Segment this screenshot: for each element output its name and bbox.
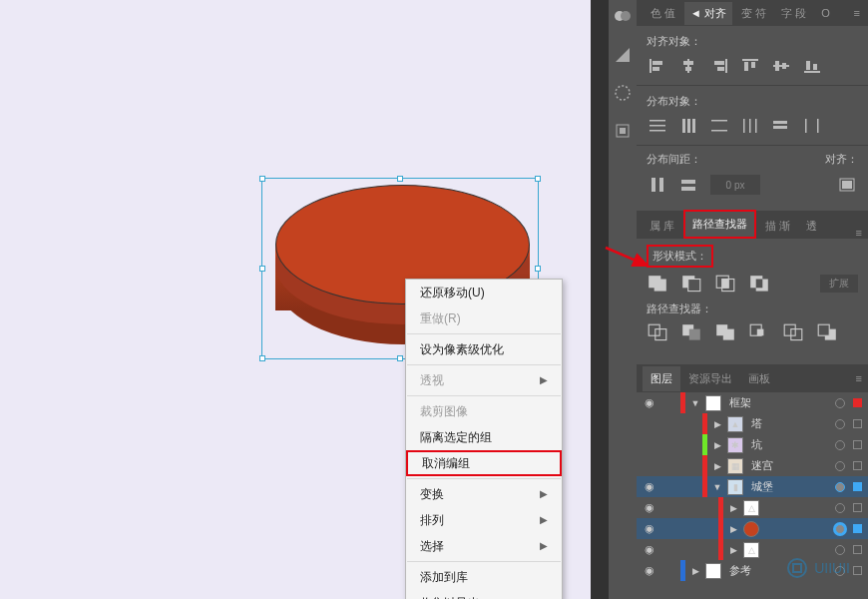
cm-isolate[interactable]: 隔离选定的组 xyxy=(406,424,562,450)
svg-rect-66 xyxy=(818,324,829,335)
cm-ungroup[interactable]: 取消编组 xyxy=(406,450,562,476)
dist-vspace-icon[interactable] xyxy=(647,176,668,194)
expand-button[interactable]: 扩展 xyxy=(820,275,858,293)
svg-rect-34 xyxy=(755,119,757,133)
svg-rect-35 xyxy=(773,121,787,124)
cm-undo[interactable]: 还原移动(U) xyxy=(406,280,562,305)
layers-list: ◉ ▼ 框架 ▶ ▲ 塔 ▶ ✱ 坑 xyxy=(637,392,868,581)
svg-rect-14 xyxy=(717,67,724,71)
layer-row[interactable]: ▶ ▲ 塔 xyxy=(637,413,868,434)
unite-icon[interactable] xyxy=(647,274,668,294)
svg-rect-17 xyxy=(751,62,755,68)
svg-rect-58 xyxy=(689,329,700,340)
visibility-icon[interactable]: ◉ xyxy=(643,396,656,409)
align-top-icon[interactable] xyxy=(739,57,761,75)
svg-rect-48 xyxy=(688,280,700,292)
layer-row[interactable]: ◉ ▶ xyxy=(637,518,868,539)
align-objects-label: 对齐对象： xyxy=(637,26,868,53)
gradient-icon[interactable] xyxy=(614,46,632,64)
svg-rect-38 xyxy=(817,119,819,133)
crop-icon[interactable] xyxy=(748,322,770,342)
cm-select[interactable]: 选择▶ xyxy=(406,533,562,559)
svg-point-68 xyxy=(788,559,806,577)
svg-rect-40 xyxy=(659,178,663,192)
dist-right-icon[interactable] xyxy=(801,117,823,135)
tab-opentype[interactable]: O xyxy=(815,3,836,23)
tab-character[interactable]: 变 符 xyxy=(735,2,772,25)
chevron-down-icon[interactable]: ▼ xyxy=(689,398,701,408)
layer-row[interactable]: ▶ ✱ 坑 xyxy=(637,434,868,455)
cm-add-to-library[interactable]: 添加到库 xyxy=(406,564,562,590)
svg-point-3 xyxy=(616,86,630,100)
align-to-selection-icon[interactable] xyxy=(836,176,858,194)
tab-align[interactable]: ◄ 对齐 xyxy=(684,2,732,25)
chevron-right-icon[interactable]: ▶ xyxy=(711,419,723,429)
tab-transparency[interactable]: 透 xyxy=(799,214,824,239)
align-right-icon[interactable] xyxy=(708,57,730,75)
tab-color[interactable]: 色 值 xyxy=(645,2,681,25)
merge-icon[interactable] xyxy=(714,322,736,342)
dist-left-icon[interactable] xyxy=(739,117,761,135)
cm-collect-export[interactable]: 收集以导出▶ xyxy=(406,590,562,599)
align-vcenter-icon[interactable] xyxy=(770,57,792,75)
minus-back-icon[interactable] xyxy=(816,322,838,342)
svg-point-1 xyxy=(621,11,631,21)
panel-menu-icon[interactable]: ≡ xyxy=(856,372,862,384)
visibility-icon[interactable]: ◉ xyxy=(643,480,656,493)
divide-icon[interactable] xyxy=(647,322,668,342)
distribute-objects-label: 分布对象： xyxy=(637,86,868,113)
panel-tabs-2: 属 库 路径查找器 描 渐 透 ≡ xyxy=(637,211,868,239)
layer-row[interactable]: ◉ ▼ 框架 xyxy=(637,392,868,413)
tab-asset-export[interactable]: 资源导出 xyxy=(680,366,740,391)
svg-rect-33 xyxy=(749,119,751,133)
tab-properties[interactable]: 属 库 xyxy=(643,214,681,239)
cm-pixel-perfect[interactable]: 设为像素级优化 xyxy=(406,336,562,362)
dist-vcenter-icon[interactable] xyxy=(677,117,699,135)
align-hcenter-icon[interactable] xyxy=(677,57,699,75)
trim-icon[interactable] xyxy=(680,322,702,342)
dist-hspace-icon[interactable] xyxy=(678,176,700,194)
tab-layers[interactable]: 图层 xyxy=(643,366,680,391)
svg-rect-31 xyxy=(711,130,727,132)
layer-row[interactable]: ◉ ▶ △ xyxy=(637,497,868,518)
symbols-icon[interactable] xyxy=(614,122,632,140)
svg-rect-11 xyxy=(685,67,691,71)
target-icon[interactable] xyxy=(835,398,845,408)
svg-rect-7 xyxy=(652,61,662,65)
svg-rect-54 xyxy=(756,280,763,289)
appearance-icon[interactable] xyxy=(614,84,632,102)
spacing-input[interactable]: 0 px xyxy=(710,175,760,195)
svg-rect-37 xyxy=(805,119,807,133)
exclude-icon[interactable] xyxy=(748,274,770,294)
dist-hcenter-icon[interactable] xyxy=(770,117,792,135)
tab-paragraph[interactable]: 字 段 xyxy=(775,2,812,25)
dist-top-icon[interactable] xyxy=(647,117,668,135)
svg-rect-13 xyxy=(714,61,724,65)
dist-bottom-icon[interactable] xyxy=(708,117,730,135)
pathfinders-label: 路径查找器： xyxy=(647,301,858,316)
minus-front-icon[interactable] xyxy=(680,274,702,294)
color-panel-icon[interactable] xyxy=(614,8,632,26)
svg-rect-44 xyxy=(842,181,852,189)
tab-stroke[interactable]: 描 渐 xyxy=(758,214,797,239)
chevron-down-icon[interactable]: ▼ xyxy=(711,482,723,492)
svg-rect-20 xyxy=(782,63,786,69)
align-bottom-icon[interactable] xyxy=(801,57,823,75)
intersect-icon[interactable] xyxy=(714,274,736,294)
panel-menu-icon[interactable]: ≡ xyxy=(854,7,860,19)
layer-thumbnail xyxy=(705,395,721,411)
svg-rect-32 xyxy=(743,119,745,133)
cm-transform[interactable]: 变换▶ xyxy=(406,481,562,507)
distribute-spacing-label: 分布间距： xyxy=(647,152,701,167)
svg-rect-15 xyxy=(742,59,758,61)
tab-artboards[interactable]: 画板 xyxy=(740,366,778,391)
align-left-icon[interactable] xyxy=(647,57,668,75)
panel-menu-icon[interactable]: ≡ xyxy=(856,227,862,239)
cm-crop: 裁剪图像 xyxy=(406,398,562,424)
cm-arrange[interactable]: 排列▶ xyxy=(406,507,562,533)
tab-pathfinder[interactable]: 路径查找器 xyxy=(683,210,756,239)
layer-row[interactable]: ◉ ▼ ▮ 城堡 xyxy=(637,476,868,497)
outline-icon[interactable] xyxy=(782,322,804,342)
layer-row[interactable]: ▶ ▦ 迷宫 xyxy=(637,455,868,476)
svg-rect-42 xyxy=(681,187,695,191)
